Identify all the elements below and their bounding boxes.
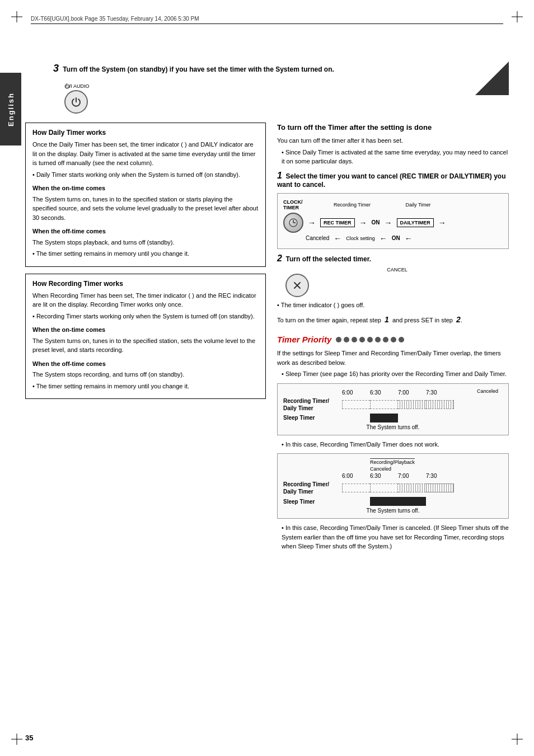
chart1-canceled-label: Canceled (477, 388, 498, 394)
diagram-flow-row: → REC TIMER → ON → DAILYTIMER → (283, 213, 503, 233)
dot-3 (352, 337, 357, 342)
chart1-time-3: 7:30 (426, 389, 454, 396)
chart1-sleep-label: Sleep Timer (283, 414, 342, 421)
chart2-time-2: 7:00 (398, 473, 426, 479)
chart2-time-3: 7:30 (426, 473, 454, 479)
crosshair-br (512, 734, 523, 745)
cancel-section-title: To turn off the Timer after the setting … (277, 123, 509, 133)
chart2-spacer-1 (342, 497, 370, 506)
chart1-rec-label: Recording Timer/Daily Timer (283, 397, 342, 412)
daily-timer-para1: Once the Daily Timer has been set, the t… (32, 140, 259, 168)
step3-text: Turn off the System (on standby) if you … (63, 65, 334, 73)
bar-dashed-1 (398, 400, 426, 409)
chart1-rec-bar (342, 400, 503, 409)
power-button-circle (64, 90, 88, 114)
chart2-sleep-bar (342, 497, 503, 506)
chart2-bar-dashed-1 (398, 483, 426, 492)
dot-6 (375, 337, 381, 342)
arrow-right-1: → (308, 218, 316, 227)
dot-2 (344, 337, 349, 342)
cancel-button-illustration: CANCEL (285, 267, 509, 297)
step1-number: 1 (277, 171, 282, 180)
rec-timer-bullet1: Recording Timer starts working only when… (32, 312, 259, 321)
rec-timer-para1: When Recording Timer has been set, The t… (32, 291, 259, 309)
chart2-rec-label: Recording Timer/Daily Timer (283, 481, 342, 495)
step2-title: Turn off the selected timer. (286, 255, 371, 263)
chart2-rec-row: Recording Timer/Daily Timer (283, 481, 503, 495)
rec-timer-when-on-text: The System turns on, tunes in to the spe… (32, 336, 259, 355)
chart2-bar-empty-1 (342, 483, 370, 492)
priority-chart-1: Canceled 6:00 6:30 7:00 7:30 Recording T… (277, 383, 509, 435)
arrow-right-2: → (359, 218, 367, 227)
bar-spacer-1 (342, 414, 370, 422)
rec-timer-title: How Recording Timer works (32, 280, 259, 288)
clock-button-icon (283, 213, 303, 233)
diagram-canceled-row: Canceled ← Clock setting ← ON ← (306, 234, 503, 243)
step2-number: 2 (277, 253, 282, 263)
chart2-recording-label: Recording/Playback (370, 458, 415, 465)
daily-timer-box: How Daily Timer works Once the Daily Tim… (25, 123, 266, 267)
right-column: To turn off the Timer after the setting … (277, 123, 509, 553)
arrow-right-4: → (438, 218, 446, 227)
daily-timer-label: DAILYTIMER (397, 218, 434, 227)
dot-5 (367, 337, 373, 342)
chart2-bar-dashed-2 (426, 483, 454, 492)
daily-timer-bullet2: The timer setting remains in memory unti… (32, 249, 259, 259)
timer-priority-title: Timer Priority (277, 335, 331, 344)
timer-priority-section: Timer Priority (277, 335, 509, 344)
power-button-illustration: ⏻/I AUDIO (64, 83, 90, 114)
arrow-left-3: ← (405, 234, 413, 243)
on-label-2: ON (392, 235, 400, 241)
cancel-intro: You can turn off the timer after it has … (277, 136, 509, 145)
turn-on-step2: 2 (456, 315, 461, 324)
diagram-labels-row: CLOCK/TIMER Recording Timer Daily Timer (283, 199, 503, 210)
chart2-bar-empty-2 (370, 483, 398, 492)
daily-timer-when-off-text: The System stops playback, and turns off… (32, 238, 259, 247)
bar-empty-1 (342, 400, 370, 409)
two-column-layout: How Daily Timer works Once the Daily Tim… (25, 123, 509, 553)
daily-timer-title: How Daily Timer works (32, 129, 259, 137)
rec-timer-when-off-head: When the off-time comes (32, 359, 259, 369)
cancel-title-text: To turn off the Timer after the setting … (277, 123, 432, 132)
chart2-canceled-label: Canceled (370, 466, 391, 472)
chart1-rec-row: Recording Timer/Daily Timer (283, 397, 503, 412)
priority-bullet: • Sleep Timer (see page 16) has priority… (277, 369, 509, 379)
daily-timer-when-on-head: When the on-time comes (32, 184, 259, 193)
priority-chart-2: Recording/Playback Canceled 6:00 6:30 7:… (277, 453, 509, 519)
bar-spacer-2 (398, 414, 426, 422)
priority-intro1: If the settings for Sleep Timer and Reco… (277, 349, 509, 367)
step2-section: 2 Turn off the selected timer. CANCEL (277, 253, 509, 310)
canceled-label: Canceled (306, 235, 329, 241)
page: DX-T66[UGUX].book Page 35 Tuesday, Febru… (0, 0, 534, 756)
rec-timer-box: How Recording Timer works When Recording… (25, 274, 266, 400)
dot-4 (359, 337, 365, 342)
chart2-sleep-row: Sleep Timer (283, 497, 503, 506)
clock-timer-label: CLOCK/TIMER (283, 199, 312, 210)
on-label-1: ON (372, 219, 380, 226)
chart1-time-1: 6:30 (370, 389, 398, 396)
chart1-note: • In this case, Recording Timer/Daily Ti… (277, 440, 509, 449)
cancel-button-circle (285, 274, 309, 297)
chart2-times-row: 6:00 6:30 7:00 7:30 (342, 473, 503, 479)
chart2-time-0: 6:00 (342, 473, 370, 479)
file-info-bar: DX-T66[UGUX].book Page 35 Tuesday, Febru… (31, 16, 503, 24)
file-info-text: DX-T66[UGUX].book Page 35 Tuesday, Febru… (31, 16, 199, 22)
bar-spacer-3 (426, 414, 454, 422)
daily-timer-when-on-text: The System turns on, tunes in to the spe… (32, 195, 259, 223)
step3-title: 3 Turn off the System (on standby) if yo… (53, 62, 509, 76)
arrow-right-3: → (385, 218, 392, 227)
language-label: English (7, 92, 15, 126)
dot-7 (383, 337, 388, 342)
dot-8 (391, 337, 396, 342)
rec-timer-when-on-head: When the on-time comes (32, 325, 259, 335)
step1-title: Select the timer you want to cancel (REC… (277, 172, 506, 189)
page-number: 35 (25, 734, 33, 742)
chart2-system-off: The System turns off. (283, 508, 503, 514)
chart1-system-off: The System turns off. (283, 424, 503, 430)
daily-timer-when-off-head: When the off-time comes (32, 227, 259, 236)
language-tab: English (0, 73, 21, 145)
chart2-canceled-row: Canceled (342, 466, 503, 472)
step3-number: 3 (53, 63, 59, 74)
rec-timer-label: REC TIMER (320, 218, 355, 227)
bar-empty-2 (370, 400, 398, 409)
